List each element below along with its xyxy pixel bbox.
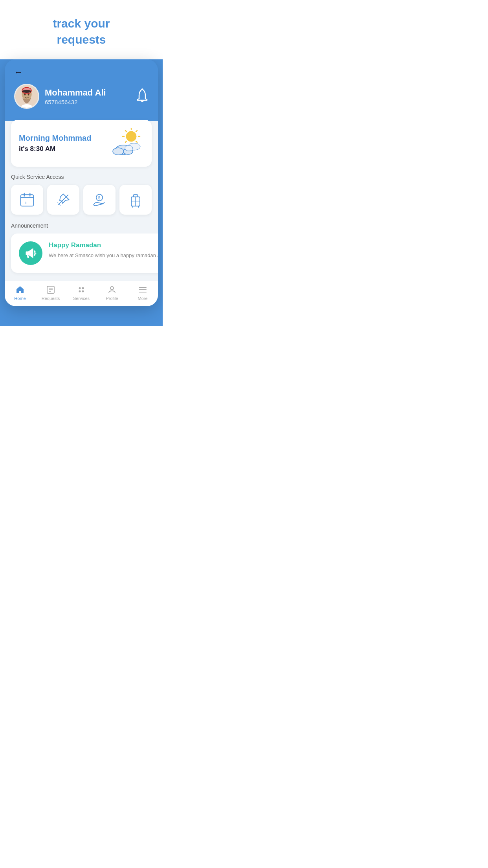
announcement-label: Announcement bbox=[11, 223, 152, 229]
svg-point-6 bbox=[24, 94, 26, 96]
svg-rect-23 bbox=[21, 195, 34, 206]
morning-card: Morning Mohmmad it's 8:30 AM bbox=[11, 120, 152, 167]
svg-text:i: i bbox=[25, 200, 26, 205]
app-content: Morning Mohmmad it's 8:30 AM bbox=[5, 121, 158, 306]
nav-more-label: More bbox=[138, 296, 147, 301]
nav-requests-label: Requests bbox=[42, 296, 60, 301]
nav-requests[interactable]: Requests bbox=[35, 285, 66, 301]
announcement-card: Happy Ramadan We here at Smasco wish you… bbox=[11, 234, 158, 273]
svg-point-22 bbox=[125, 145, 133, 151]
svg-point-9 bbox=[126, 131, 136, 142]
weather-icon bbox=[108, 128, 144, 159]
page-title: track your requests bbox=[8, 16, 155, 48]
bottom-blue-bg bbox=[0, 306, 163, 326]
announcement-title: Happy Ramadan bbox=[49, 241, 158, 249]
svg-point-45 bbox=[79, 291, 81, 292]
svg-point-36 bbox=[35, 251, 36, 252]
svg-line-17 bbox=[125, 131, 127, 132]
svg-point-19 bbox=[113, 148, 124, 155]
announcement-icon bbox=[19, 241, 42, 265]
svg-point-37 bbox=[35, 253, 37, 254]
app-header: ← bbox=[5, 59, 158, 121]
morning-greeting: Morning Mohmmad bbox=[19, 134, 91, 143]
nav-services[interactable]: Services bbox=[66, 285, 97, 301]
svg-point-38 bbox=[35, 254, 36, 256]
nav-home[interactable]: Home bbox=[5, 285, 35, 301]
service-luggage-button[interactable] bbox=[119, 185, 152, 215]
svg-point-46 bbox=[82, 291, 84, 292]
svg-point-44 bbox=[82, 287, 84, 289]
service-flight-button[interactable] bbox=[47, 185, 79, 215]
nav-services-label: Services bbox=[73, 296, 90, 301]
quick-services-row: i $ bbox=[5, 185, 158, 215]
user-phone: 6578456432 bbox=[45, 99, 106, 105]
back-button[interactable]: ← bbox=[14, 67, 23, 77]
user-name: Mohammad Ali bbox=[45, 88, 106, 98]
service-calendar-button[interactable]: i bbox=[11, 185, 43, 215]
notification-bell-icon[interactable] bbox=[136, 88, 149, 104]
svg-text:$: $ bbox=[98, 196, 101, 200]
svg-line-16 bbox=[136, 141, 137, 142]
bottom-nav: Home Requests bbox=[5, 281, 158, 306]
nav-profile[interactable]: Profile bbox=[97, 285, 127, 301]
svg-line-14 bbox=[136, 131, 137, 132]
announcement-body: We here at Smasco wish you a happy ramad… bbox=[49, 252, 158, 259]
svg-point-47 bbox=[110, 287, 114, 290]
svg-point-43 bbox=[79, 287, 81, 289]
nav-profile-label: Profile bbox=[106, 296, 118, 301]
svg-point-5 bbox=[22, 90, 31, 93]
avatar bbox=[14, 84, 39, 109]
svg-point-7 bbox=[28, 94, 29, 96]
quick-service-label: Quick Service Access bbox=[11, 174, 152, 180]
nav-more[interactable]: More bbox=[127, 285, 158, 301]
morning-time: it's 8:30 AM bbox=[19, 145, 91, 153]
service-payment-button[interactable]: $ bbox=[83, 185, 116, 215]
svg-line-15 bbox=[125, 141, 127, 142]
nav-home-label: Home bbox=[14, 296, 26, 301]
